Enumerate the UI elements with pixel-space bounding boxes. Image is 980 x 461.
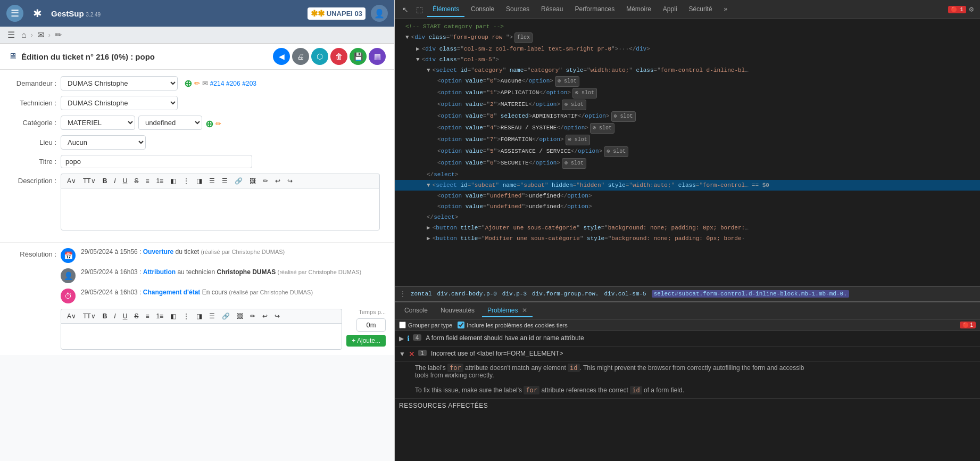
bullet-list-btn[interactable]: ≡ bbox=[143, 176, 152, 186]
code-line-opt6[interactable]: <option value="7">FORMATION</option> ⊗ s… bbox=[395, 134, 980, 146]
code-line-subopt2[interactable]: <option value="undefined">undefined</opt… bbox=[395, 201, 980, 212]
r-link-btn[interactable]: 🔗 bbox=[219, 311, 232, 321]
settings-gear-icon[interactable]: ⚙ bbox=[967, 3, 976, 16]
code-line-select1[interactable]: ▼ <select id="category" name="category" … bbox=[395, 65, 980, 76]
group-by-type-checkbox[interactable] bbox=[399, 322, 406, 328]
r-alignj-btn[interactable]: ☰ bbox=[206, 311, 218, 321]
code-line-opt5[interactable]: <option value="4">RESEAU / SYSTEME</opti… bbox=[395, 122, 980, 134]
code-line-opt3[interactable]: <option value="2">MATERIEL</option> ⊗ sl… bbox=[395, 99, 980, 111]
include-cookies-label[interactable]: Inclure les problèmes des cookies tiers bbox=[458, 322, 568, 328]
ticket-link-214[interactable]: #214 bbox=[210, 80, 225, 87]
tab-reseau[interactable]: Réseau bbox=[536, 2, 568, 17]
bottom-tab-nouveautes[interactable]: Nouveautés bbox=[435, 304, 480, 317]
breadcrumb-card-body[interactable]: div.card-body.p-0 bbox=[437, 291, 497, 297]
bottom-tab-console[interactable]: Console bbox=[399, 304, 433, 317]
align-left-btn[interactable]: ◧ bbox=[168, 176, 179, 186]
r-undo-btn[interactable]: ↩ bbox=[260, 311, 270, 321]
ticket-link-206[interactable]: #206 bbox=[226, 80, 240, 87]
r-strike-btn[interactable]: S bbox=[131, 311, 141, 321]
breadcrumb-form-group[interactable]: div.form-group.row. bbox=[532, 291, 599, 297]
breadcrumb-zontal[interactable]: zontal bbox=[411, 291, 432, 297]
tab-securite[interactable]: Sécurité bbox=[684, 2, 718, 17]
problem-1-expand-icon[interactable]: ▶ bbox=[399, 335, 404, 342]
r-alignr-btn[interactable]: ◨ bbox=[194, 311, 205, 321]
network-button[interactable]: ⬡ bbox=[311, 48, 328, 65]
problem-2-expand-icon[interactable]: ▼ bbox=[399, 350, 405, 358]
group-by-type-label[interactable]: Grouper par type bbox=[399, 322, 452, 328]
breadcrumb-col-sm5[interactable]: div.col-sm-5 bbox=[604, 291, 646, 297]
titre-input[interactable] bbox=[61, 155, 252, 168]
size-select-btn[interactable]: TT∨ bbox=[80, 176, 98, 186]
save-button[interactable]: 💾 bbox=[350, 48, 367, 65]
tl1-action-link[interactable]: Ouverture bbox=[143, 248, 173, 256]
r-image-btn[interactable]: 🖼 bbox=[234, 311, 246, 321]
code-line-select2[interactable]: ▼ <select id="subcat" name="subcat" hidd… bbox=[395, 180, 980, 191]
tab-sources[interactable]: Sources bbox=[501, 2, 535, 17]
redo-btn[interactable]: ↪ bbox=[285, 176, 295, 186]
tl2-action-link[interactable]: Attribution bbox=[143, 268, 176, 276]
tab-memoire[interactable]: Mémoire bbox=[621, 2, 657, 17]
code-line-opt7[interactable]: <option value="5">ASSISTANCE / SERVICE</… bbox=[395, 146, 980, 158]
code-line-opt2[interactable]: <option value="1">APPLICATION</option> ⊗… bbox=[395, 87, 980, 99]
hamburger-icon[interactable]: ☰ bbox=[6, 5, 23, 22]
underline-btn[interactable]: U bbox=[120, 176, 130, 186]
include-cookies-checkbox[interactable] bbox=[458, 322, 464, 328]
font-select-btn[interactable]: A∨ bbox=[64, 176, 79, 186]
devtools-inspect-icon[interactable]: ⬚ bbox=[413, 3, 426, 16]
r-underline-btn[interactable]: U bbox=[120, 311, 130, 321]
code-line-div2[interactable]: ▶ <div class="col-sm-2 col-form-label te… bbox=[395, 44, 980, 54]
code-line-subopt1[interactable]: <option value="undefined">undefined</opt… bbox=[395, 191, 980, 201]
strikethrough-btn[interactable]: S bbox=[131, 176, 141, 186]
grid-button[interactable]: ▦ bbox=[369, 48, 386, 65]
tab-performances[interactable]: Performances bbox=[569, 2, 620, 17]
tab-elements[interactable]: Éléments bbox=[427, 2, 464, 17]
ordered-list-btn[interactable]: 1≡ bbox=[153, 176, 166, 186]
tl3-action-link[interactable]: Changement d'état bbox=[143, 289, 201, 296]
r-redo-btn[interactable]: ↪ bbox=[272, 311, 283, 321]
add-demandeur-icon[interactable]: ⊕ bbox=[184, 78, 192, 89]
align-center-btn[interactable]: ⋮ bbox=[180, 176, 192, 186]
r-font-btn[interactable]: A∨ bbox=[64, 311, 79, 321]
problem-item-1[interactable]: ▶ ℹ 4 A form field element should have a… bbox=[395, 331, 980, 347]
close-problems-icon[interactable]: ✕ bbox=[522, 307, 527, 314]
subcategorie-select[interactable]: undefined bbox=[138, 116, 202, 130]
r-alignl-btn[interactable]: ◧ bbox=[168, 311, 179, 321]
breadcrumb-subcat[interactable]: select#subcat.form-control.d-inline-bloc… bbox=[652, 290, 849, 298]
breadcrumb-menu-icon[interactable]: ⋮ bbox=[399, 290, 406, 299]
edit-cat-icon[interactable]: ✏ bbox=[215, 120, 221, 128]
align-justify-btn[interactable]: ☰ bbox=[206, 176, 218, 186]
r-pen-btn[interactable]: ✏ bbox=[247, 311, 258, 321]
tab-more[interactable]: » bbox=[719, 2, 733, 17]
link-btn[interactable]: 🔗 bbox=[232, 176, 245, 186]
r-bold-btn[interactable]: B bbox=[100, 311, 110, 321]
lieu-select[interactable]: Aucun bbox=[61, 135, 146, 150]
code-line-opt1[interactable]: <option value="0">Aucune</option> ⊗ slot bbox=[395, 76, 980, 87]
r-alignc-btn[interactable]: ⋮ bbox=[180, 311, 192, 321]
bold-btn[interactable]: B bbox=[100, 176, 110, 186]
problem-item-2[interactable]: ▼ ✕ 1 Incorrect use of <label for=FORM_E… bbox=[395, 347, 980, 362]
temps-input[interactable] bbox=[356, 318, 386, 332]
tab-console[interactable]: Console bbox=[466, 2, 500, 17]
mail-icon[interactable]: ✉ bbox=[35, 29, 46, 41]
technicien-select[interactable]: DUMAS Christophe bbox=[61, 96, 178, 110]
r-ordered-btn[interactable]: 1≡ bbox=[153, 311, 166, 321]
r-size-btn[interactable]: TT∨ bbox=[80, 311, 98, 321]
add-cat-icon[interactable]: ⊕ bbox=[205, 118, 213, 130]
code-line-div3[interactable]: ▼ <div class="col-sm-5"> bbox=[395, 54, 980, 65]
delete-button[interactable]: 🗑 bbox=[330, 48, 347, 65]
align-right-btn[interactable]: ◨ bbox=[194, 176, 205, 186]
code-line-btn2[interactable]: ▶ <button title="Modifier une sous-catég… bbox=[395, 233, 980, 244]
back-button[interactable]: ◀ bbox=[273, 48, 290, 65]
breadcrumb-div-p3[interactable]: div.p-3 bbox=[502, 291, 527, 297]
image-btn[interactable]: 🖼 bbox=[247, 176, 259, 186]
ajouter-button[interactable]: + Ajoute... bbox=[346, 335, 386, 347]
edit-icon[interactable]: ✏ bbox=[53, 29, 64, 41]
ticket-link-203[interactable]: #203 bbox=[242, 80, 256, 87]
description-editor[interactable] bbox=[61, 188, 380, 230]
r-bullet-btn[interactable]: ≡ bbox=[143, 311, 152, 321]
devtools-cursor-icon[interactable]: ↖ bbox=[399, 3, 412, 16]
code-line-div1[interactable]: ▼ <div class="form-group row "> flex bbox=[395, 32, 980, 44]
resolution-editor[interactable] bbox=[61, 323, 342, 350]
italic-btn[interactable]: I bbox=[111, 176, 118, 186]
code-line-opt8[interactable]: <option value="6">SECURITE</option> ⊗ sl… bbox=[395, 158, 980, 169]
